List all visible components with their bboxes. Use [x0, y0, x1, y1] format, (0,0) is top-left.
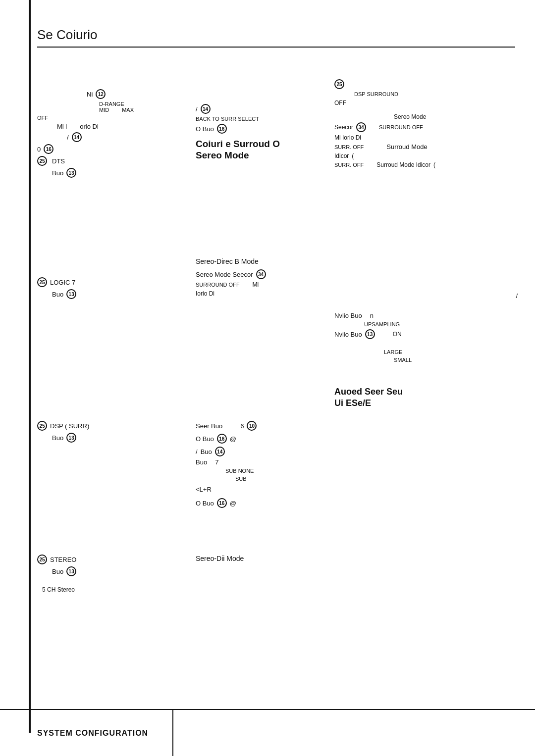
header-line [37, 47, 515, 48]
dts-label: DTS [52, 157, 65, 165]
six-label: 6 [240, 422, 244, 430]
circle-16b: 16 [217, 124, 227, 134]
mid-label: MID [99, 107, 109, 113]
circle-13a: 13 [66, 168, 76, 178]
section-stereo-dii: Sereo-Dii Mode [196, 554, 334, 562]
slash1: / [67, 134, 69, 141]
circle-16c: 16 [217, 434, 227, 444]
sec7-title1: Auoed Seer Seu [334, 386, 523, 398]
section2-subtitle: Sereo Mode [196, 150, 334, 161]
circle-25e: 25 [37, 554, 47, 564]
buo-label10: Buo [52, 568, 63, 575]
section-stereo: 25 STEREO Buo 13 5 CH Stereo [37, 554, 176, 593]
nviio2-label: Nviio Buo [334, 331, 362, 338]
miloriodi-label: Mi Iorio Di [334, 134, 523, 141]
obuo-label: O Buo [196, 125, 214, 133]
sub-label: SUB [235, 476, 334, 482]
circle-13b: 13 [66, 289, 76, 299]
sec5-sereomode: Sereo Mode Seecor [196, 271, 253, 278]
circle-34b: 34 [256, 269, 266, 279]
circle-16a: 16 [44, 144, 54, 154]
header-section: Se Coiurio [37, 27, 515, 48]
zero-label: 0 [37, 146, 41, 153]
buo-label4: Buo [52, 291, 63, 298]
circle-16d: 16 [217, 498, 227, 508]
surroudmode-label: Surroud Mode [386, 143, 427, 151]
slash-right: / [516, 292, 518, 300]
footer: SYSTEM CONFIGURATION [0, 709, 535, 756]
footer-left: SYSTEM CONFIGURATION [0, 710, 173, 756]
circle-25d: 25 [37, 421, 47, 431]
surroff1-label: SURR. OFF [334, 144, 364, 150]
circle-13e: 13 [66, 566, 76, 576]
section-stereo-direct: Sereo-Direc B Mode Sereo Mode Seecor 34 … [196, 257, 334, 297]
small-label: SMALL [394, 357, 523, 363]
section2-title: Coiuri e Surroud O [196, 139, 334, 150]
stereo-label: STEREO [50, 556, 76, 563]
section-dsp-surround: 25 DSP SURROUND OFF Sereo Mode Seecor 34… [334, 79, 523, 170]
sec5-title: Sereo-Direc B Mode [196, 257, 334, 265]
nviio-label: Nviio Buo [334, 312, 362, 319]
circle-34a: 34 [356, 122, 366, 132]
circle-25a: 25 [37, 156, 47, 166]
circle-14b: 14 [201, 104, 211, 114]
section-advanced-speaker: Auoed Seer Seu Ui ESe/E [334, 386, 523, 409]
buo-label8: Buo [52, 434, 63, 442]
paren1: ( [352, 152, 354, 159]
lr-label: <L+R [196, 486, 334, 493]
logic7-label: LOGIC 7 [50, 279, 75, 286]
seecor-label: Seecor [334, 124, 353, 131]
surroff2-label: SURR. OFF [334, 162, 364, 168]
buo3-label: Buo [196, 458, 207, 466]
page-title: Se Coiurio [37, 27, 515, 43]
sec7-title2: Ui ESe/E [334, 398, 523, 409]
max-label: MAX [122, 107, 134, 113]
seven-label: 7 [215, 458, 218, 466]
circle-14c: 14 [215, 447, 225, 456]
circle-14a: 14 [72, 132, 82, 142]
n-label: n [370, 312, 374, 319]
footer-label: SYSTEM CONFIGURATION [37, 729, 148, 738]
circle-25b: 25 [334, 79, 344, 89]
section-dsp-surr: 25 DSP ( SURR) Buo 13 [37, 421, 176, 445]
section-stereo-mode: / 14 BACK TO SURR SELECT O Buo 16 Coiuri… [196, 104, 334, 161]
buo-label1: Buo [52, 169, 63, 177]
section-upsampling: / Nviio Buo n UPSAMPLING Nviio Buo 13 ON… [334, 297, 523, 363]
at1: @ [230, 435, 236, 443]
sec11-title: Sereo-Dii Mode [196, 554, 334, 562]
large-label: LARGE [384, 349, 523, 355]
off-label3: OFF [334, 100, 346, 106]
sereomode-label: Sereo Mode [394, 113, 523, 120]
indicor-label: Idicor [334, 152, 349, 159]
dsp-surr-label: DSP ( SURR) [50, 422, 89, 430]
left-bar [29, 0, 31, 733]
dsp-surround-label: DSP SURROUND [354, 91, 523, 97]
circle-13d: 13 [66, 433, 76, 443]
paren2: ( [433, 161, 435, 168]
page-wrapper: Se Coiurio Ni 12 D-RANGE MID MAX OFF Mi [0, 0, 535, 756]
surroudmodeidicor-label: Surroud Mode Idicor [376, 161, 430, 168]
backto-label: BACK TO SURR SELECT [196, 116, 334, 122]
sec5-mi: Mi [253, 281, 259, 288]
seerbuo-label: Seer Buo [196, 422, 222, 430]
obuo-label9: O Buo [196, 435, 214, 443]
sec5-loriodi: Iorio Di [196, 290, 334, 297]
circle-25c: 25 [37, 277, 47, 287]
surroundoff-label: SURROUND OFF [379, 124, 423, 130]
at2: @ [230, 500, 236, 507]
on-label: ON [393, 331, 402, 338]
drange-label: D-RANGE [99, 101, 176, 107]
off-label: OFF [37, 115, 48, 121]
sec5-surroundoff: SURROUND OFF [196, 282, 240, 288]
circle-10: 10 [247, 421, 257, 431]
section-logic7: 25 LOGIC 7 Buo 13 [37, 277, 176, 301]
ni-label: Ni [87, 91, 93, 98]
circle-13c: 13 [365, 329, 375, 339]
circle-12: 12 [96, 89, 106, 99]
obuo2-label: O Buo [196, 500, 214, 507]
slash2: / [196, 105, 198, 113]
buo2-label: Buo [201, 448, 212, 455]
section-lower-center: Seer Buo 6 10 O Buo 16 @ / Buo 14 Buo 7 … [196, 421, 334, 510]
subnone-label: SUB NONE [225, 468, 334, 474]
mil-label: Mi l [57, 123, 67, 130]
